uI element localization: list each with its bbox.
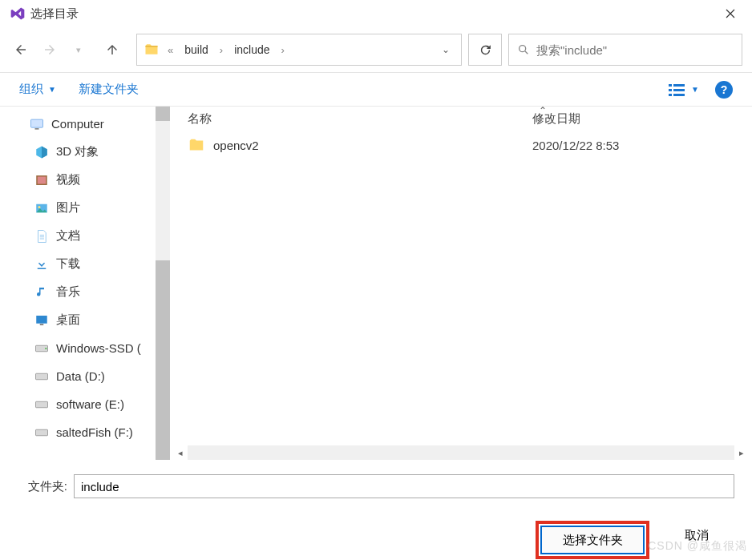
highlight-marker: 选择文件夹 [536, 521, 649, 559]
cube-icon [34, 144, 50, 160]
organize-button[interactable]: 组织 ▼ [19, 82, 56, 97]
breadcrumb-dropdown[interactable]: ⌄ [437, 44, 455, 55]
sidebar-item-label: software (E:) [56, 397, 124, 411]
folder-input[interactable] [74, 474, 734, 498]
file-row-opencv2[interactable]: opencv2 2020/12/22 8:53 [170, 131, 752, 159]
sidebar-item-desktop[interactable]: 桌面 [0, 306, 170, 334]
svg-rect-10 [38, 176, 46, 183]
titlebar: 选择目录 [0, 0, 752, 27]
sidebar-item-label: 3D 对象 [56, 144, 99, 159]
video-icon [34, 172, 50, 188]
sidebar-item-label: 下载 [56, 256, 80, 272]
sort-arrow-icon: ⌃ [539, 105, 547, 116]
document-icon [34, 228, 50, 244]
breadcrumb-item-include[interactable]: include [231, 42, 273, 58]
folder-label: 文件夹: [18, 479, 67, 494]
horizontal-scrollbar[interactable]: ◂ ▸ [173, 445, 749, 460]
new-folder-button[interactable]: 新建文件夹 [79, 82, 139, 97]
folder-icon [144, 42, 160, 58]
scroll-thumb[interactable] [156, 260, 170, 446]
sidebar-item-drive-e[interactable]: software (E:) [0, 390, 170, 418]
scroll-arrow-right[interactable]: ▸ [734, 445, 749, 460]
chevron-right-icon: › [215, 44, 228, 56]
refresh-button[interactable] [468, 34, 502, 66]
sidebar-item-music[interactable]: 音乐 [0, 278, 170, 306]
sidebar-item-3d-objects[interactable]: 3D 对象 [0, 138, 170, 166]
folder-input-row: 文件夹: [18, 474, 734, 498]
sidebar-item-drive-d[interactable]: Data (D:) [0, 362, 170, 390]
svg-rect-4 [673, 89, 685, 91]
svg-rect-7 [31, 119, 43, 127]
svg-rect-1 [669, 84, 672, 87]
chevron-down-icon: ▼ [48, 85, 56, 94]
sidebar-item-downloads[interactable]: 下载 [0, 250, 170, 278]
file-list: ⌃ 名称 修改日期 opencv2 2020/12/22 8:53 ◂ ▸ [170, 107, 752, 460]
drive-icon [34, 425, 50, 441]
search-input[interactable] [536, 43, 734, 57]
scroll-arrow-down[interactable] [156, 445, 170, 460]
sidebar-scrollbar[interactable] [156, 107, 170, 460]
cancel-button[interactable]: 取消 [662, 521, 731, 550]
sidebar-item-label: Windows-SSD ( [56, 341, 141, 355]
scroll-arrow-up[interactable] [156, 107, 170, 121]
column-header-date[interactable]: 修改日期 [532, 111, 752, 127]
refresh-icon [479, 43, 492, 57]
sidebar-item-label: 图片 [56, 200, 80, 216]
svg-point-12 [38, 206, 41, 208]
sidebar-item-computer[interactable]: Computer [0, 110, 170, 138]
breadcrumb-sep: « [163, 44, 178, 56]
help-button[interactable]: ? [715, 81, 733, 99]
nav-up-button[interactable] [101, 38, 123, 61]
sidebar-item-documents[interactable]: 文档 [0, 222, 170, 250]
scroll-track[interactable] [188, 445, 734, 460]
picture-icon [34, 200, 50, 216]
breadcrumb-item-build[interactable]: build [181, 42, 212, 58]
content: Computer 3D 对象 视频 图片 文档 下载 [0, 106, 752, 460]
search-box[interactable] [508, 34, 742, 66]
file-name: opencv2 [213, 139, 532, 152]
close-icon [726, 9, 735, 18]
svg-rect-15 [40, 324, 44, 325]
view-mode-button[interactable]: ▼ [669, 83, 699, 97]
sidebar-item-drive-f[interactable]: saltedFish (F:) [0, 418, 170, 446]
sidebar-item-label: Data (D:) [56, 369, 105, 383]
organize-label: 组织 [19, 82, 43, 97]
svg-rect-5 [669, 94, 672, 96]
desktop-icon [34, 312, 50, 328]
download-icon [34, 256, 50, 272]
sidebar-item-pictures[interactable]: 图片 [0, 194, 170, 222]
column-header-name[interactable]: 名称 [188, 111, 532, 127]
list-header: ⌃ 名称 修改日期 [170, 107, 752, 131]
nav-recent-dropdown[interactable]: ▾ [67, 38, 90, 61]
svg-rect-6 [673, 94, 685, 96]
svg-rect-3 [669, 89, 672, 91]
folder-icon [188, 136, 205, 154]
nav-back-button[interactable] [10, 38, 32, 61]
new-folder-label: 新建文件夹 [79, 82, 139, 97]
toolbar: 组织 ▼ 新建文件夹 ▼ ? [0, 72, 752, 106]
breadcrumb[interactable]: « build › include › ⌄ [136, 34, 462, 66]
svg-point-0 [520, 46, 526, 52]
sidebar-item-videos[interactable]: 视频 [0, 166, 170, 194]
footer: 文件夹: 选择文件夹 取消 [0, 460, 752, 560]
svg-rect-13 [38, 268, 46, 269]
sidebar-item-label: 文档 [56, 228, 80, 244]
sidebar-item-label: Computer [51, 117, 104, 131]
svg-rect-2 [673, 84, 685, 87]
sidebar-item-label: 桌面 [56, 312, 80, 328]
button-row: 选择文件夹 取消 [18, 521, 734, 559]
computer-icon [29, 116, 45, 132]
arrow-right-icon [42, 42, 57, 57]
nav-forward-button[interactable] [38, 38, 61, 61]
arrow-left-icon [14, 42, 28, 57]
sidebar-item-drive-c[interactable]: Windows-SSD ( [0, 334, 170, 362]
svg-rect-14 [36, 316, 47, 324]
select-folder-button[interactable]: 选择文件夹 [540, 526, 645, 554]
close-button[interactable] [712, 1, 749, 26]
window-title: 选择目录 [30, 6, 712, 22]
sidebar-item-label: 视频 [56, 172, 80, 187]
svg-rect-19 [36, 401, 48, 408]
sidebar-item-label: 音乐 [56, 284, 80, 300]
scroll-arrow-left[interactable]: ◂ [173, 445, 188, 460]
chevron-down-icon: ▼ [691, 85, 699, 94]
